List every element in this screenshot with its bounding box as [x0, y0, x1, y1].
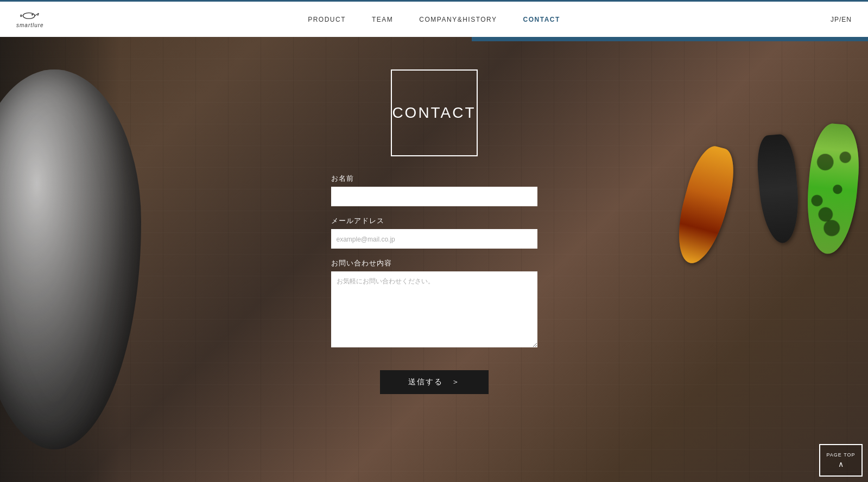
main-nav: PRODUCT TEAM COMPANY&HISTORY CONTACT: [308, 16, 560, 23]
hero-section: CONTACT お名前 メールアドレス お問い合わせ内容 送信する ＞ PAGE…: [0, 37, 868, 482]
nav-team[interactable]: TEAM: [372, 16, 393, 23]
lure-orange: [669, 142, 742, 268]
name-field-group: お名前: [331, 174, 537, 206]
submit-button[interactable]: 送信する ＞: [380, 370, 489, 394]
lure-black: [755, 133, 802, 244]
fishing-lures-decoration: [651, 37, 868, 482]
logo[interactable]: smartlure: [16, 10, 44, 28]
message-textarea[interactable]: [331, 271, 537, 347]
contact-title-box: CONTACT: [391, 69, 478, 156]
email-label: メールアドレス: [331, 216, 537, 226]
page-top-label: PAGE TOP: [826, 452, 855, 458]
logo-icon: [20, 10, 40, 21]
site-header: smartlure PRODUCT TEAM COMPANY&HISTORY C…: [0, 0, 868, 37]
svg-point-1: [31, 14, 33, 16]
logo-text: smartlure: [16, 22, 44, 28]
name-input[interactable]: [331, 187, 537, 206]
nav-company-history[interactable]: COMPANY&HISTORY: [419, 16, 497, 23]
contact-form-container: CONTACT お名前 メールアドレス お問い合わせ内容 送信する ＞: [331, 69, 537, 394]
nav-product[interactable]: PRODUCT: [308, 16, 346, 23]
page-top-button[interactable]: PAGE TOP ∧: [819, 444, 863, 477]
email-input[interactable]: [331, 229, 537, 249]
email-field-group: メールアドレス: [331, 216, 537, 249]
name-label: お名前: [331, 174, 537, 183]
message-label: お問い合わせ内容: [331, 258, 537, 268]
svg-point-0: [23, 13, 35, 19]
message-field-group: お問い合わせ内容: [331, 258, 537, 350]
active-nav-bar: [472, 37, 868, 41]
lure-green: [803, 122, 863, 256]
page-top-arrow-icon: ∧: [838, 460, 844, 468]
contact-title: CONTACT: [392, 104, 476, 122]
nav-contact[interactable]: CONTACT: [523, 16, 560, 23]
language-switch[interactable]: JP/EN: [831, 16, 852, 23]
